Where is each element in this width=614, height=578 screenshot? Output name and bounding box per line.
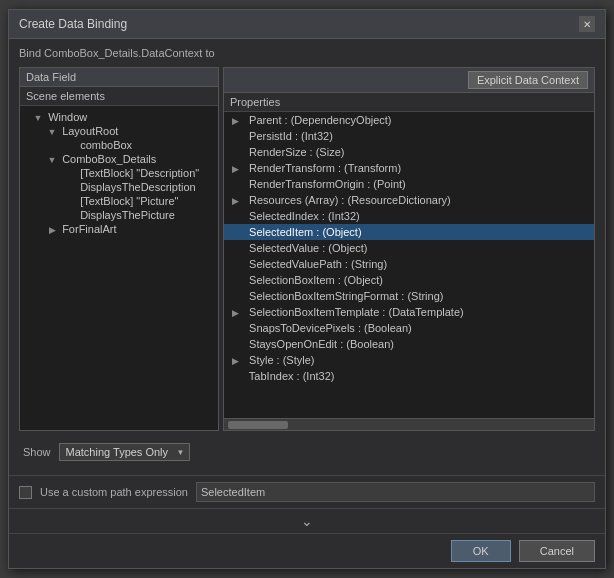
prop-snapstodevicepixels[interactable]: SnapsToDevicePixels : (Boolean) bbox=[224, 320, 594, 336]
arrow-persistid bbox=[232, 132, 246, 142]
tree-label-combobox: comboBox bbox=[80, 139, 132, 151]
custom-path-input[interactable] bbox=[196, 482, 595, 502]
data-field-panel: Data Field Scene elements ▼ Window ▼ bbox=[19, 67, 219, 431]
custom-path-checkbox[interactable] bbox=[19, 486, 32, 499]
tree-label-finalart: ForFinalArt bbox=[62, 223, 116, 235]
prop-label-tabindex: TabIndex : (Int32) bbox=[249, 370, 335, 382]
tree-item-finalart[interactable]: ▶ ForFinalArt bbox=[20, 222, 218, 236]
prop-label-rendertransform: RenderTransform : (Transform) bbox=[249, 162, 401, 174]
tree-label-layoutroot: LayoutRoot bbox=[62, 125, 118, 137]
close-button[interactable]: ✕ bbox=[579, 16, 595, 32]
arrow-selectedvaluepath bbox=[232, 260, 246, 270]
panels-row: Data Field Scene elements ▼ Window ▼ bbox=[19, 67, 595, 431]
toggle-displays-pic bbox=[63, 211, 77, 221]
scene-tree[interactable]: ▼ Window ▼ LayoutRoot comboBox bbox=[20, 106, 218, 430]
prop-label-rendertransformorigin: RenderTransformOrigin : (Point) bbox=[249, 178, 406, 190]
prop-label-selectionboxitemtemplate: SelectionBoxItemTemplate : (DataTemplate… bbox=[249, 306, 464, 318]
tree-item-combobox-details[interactable]: ▼ ComboBox_Details bbox=[20, 152, 218, 166]
show-row: Show Matching Types Only All Properties bbox=[19, 437, 595, 467]
explicit-data-context-button[interactable]: Explicit Data Context bbox=[468, 71, 588, 89]
arrow-rendertransformorigin bbox=[232, 180, 246, 190]
prop-label-style: Style : (Style) bbox=[249, 354, 314, 366]
bind-description: Bind ComboBox_Details.DataContext to bbox=[19, 47, 595, 59]
arrow-selectionboxitemtemplate: ▶ bbox=[232, 308, 246, 318]
cancel-button[interactable]: Cancel bbox=[519, 540, 595, 562]
toggle-textblock-pic bbox=[63, 197, 77, 207]
prop-label-selectionboxitem: SelectionBoxItem : (Object) bbox=[249, 274, 383, 286]
tree-label-textblock-description: [TextBlock] "Description" bbox=[80, 167, 199, 179]
tree-label-displays-picture: DisplaysThePicture bbox=[80, 209, 175, 221]
arrow-tabindex bbox=[232, 372, 246, 382]
tree-label-textblock-picture: [TextBlock] "Picture" bbox=[80, 195, 178, 207]
tree-item-displays-description[interactable]: DisplaysTheDescription bbox=[20, 180, 218, 194]
prop-selectedvaluepath[interactable]: SelectedValuePath : (String) bbox=[224, 256, 594, 272]
prop-rendertransformorigin[interactable]: RenderTransformOrigin : (Point) bbox=[224, 176, 594, 192]
horizontal-scrollbar[interactable] bbox=[224, 418, 594, 430]
prop-label-persistid: PersistId : (Int32) bbox=[249, 130, 333, 142]
properties-list[interactable]: ▶ Parent : (DependencyObject) PersistId … bbox=[224, 112, 594, 418]
prop-label-staysopenedit: StaysOpenOnEdit : (Boolean) bbox=[249, 338, 394, 350]
create-data-binding-dialog: Create Data Binding ✕ Bind ComboBox_Deta… bbox=[8, 9, 606, 569]
prop-label-selectedvalue: SelectedValue : (Object) bbox=[249, 242, 367, 254]
arrow-rendersize bbox=[232, 148, 246, 158]
toggle-combobox bbox=[63, 141, 77, 151]
arrow-selectionboxitem bbox=[232, 276, 246, 286]
arrow-selectionboxitemstringformat bbox=[232, 292, 246, 302]
arrow-parent: ▶ bbox=[232, 116, 246, 126]
prop-label-parent: Parent : (DependencyObject) bbox=[249, 114, 391, 126]
data-field-header: Data Field bbox=[20, 68, 218, 87]
prop-rendertransform[interactable]: ▶ RenderTransform : (Transform) bbox=[224, 160, 594, 176]
show-select-wrapper[interactable]: Matching Types Only All Properties bbox=[59, 443, 190, 461]
prop-selectionboxitemstringformat[interactable]: SelectionBoxItemStringFormat : (String) bbox=[224, 288, 594, 304]
prop-selectedvalue[interactable]: SelectedValue : (Object) bbox=[224, 240, 594, 256]
prop-selectionboxitemtemplate[interactable]: ▶ SelectionBoxItemTemplate : (DataTempla… bbox=[224, 304, 594, 320]
prop-label-selectedvaluepath: SelectedValuePath : (String) bbox=[249, 258, 387, 270]
arrow-snapstodevicepixels bbox=[232, 324, 246, 334]
tree-label-combobox-details: ComboBox_Details bbox=[62, 153, 156, 165]
chevron-down-icon: ⌄ bbox=[301, 513, 313, 529]
toggle-window[interactable]: ▼ bbox=[31, 113, 45, 123]
prop-rendersize[interactable]: RenderSize : (Size) bbox=[224, 144, 594, 160]
tree-label-displays-description: DisplaysTheDescription bbox=[80, 181, 196, 193]
toggle-finalart[interactable]: ▶ bbox=[45, 225, 59, 235]
element-property-header: Explicit Data Context bbox=[224, 68, 594, 93]
prop-style[interactable]: ▶ Style : (Style) bbox=[224, 352, 594, 368]
toggle-layoutroot[interactable]: ▼ bbox=[45, 127, 59, 137]
tree-item-displays-picture[interactable]: DisplaysThePicture bbox=[20, 208, 218, 222]
prop-label-rendersize: RenderSize : (Size) bbox=[249, 146, 344, 158]
arrow-rendertransform: ▶ bbox=[232, 164, 246, 174]
arrow-selectedindex bbox=[232, 212, 246, 222]
prop-persistid[interactable]: PersistId : (Int32) bbox=[224, 128, 594, 144]
dialog-body: Bind ComboBox_Details.DataContext to Dat… bbox=[9, 39, 605, 475]
arrow-style: ▶ bbox=[232, 356, 246, 366]
toggle-combobox-details[interactable]: ▼ bbox=[45, 155, 59, 165]
dialog-title: Create Data Binding bbox=[19, 17, 127, 31]
prop-label-selectedindex: SelectedIndex : (Int32) bbox=[249, 210, 360, 222]
scrollbar-thumb[interactable] bbox=[228, 421, 288, 429]
tree-item-layoutroot[interactable]: ▼ LayoutRoot bbox=[20, 124, 218, 138]
prop-parent[interactable]: ▶ Parent : (DependencyObject) bbox=[224, 112, 594, 128]
prop-selectedindex[interactable]: SelectedIndex : (Int32) bbox=[224, 208, 594, 224]
toggle-textblock-desc bbox=[63, 169, 77, 179]
prop-selecteditem[interactable]: SelectedItem : (Object) bbox=[224, 224, 594, 240]
custom-path-label: Use a custom path expression bbox=[40, 486, 188, 498]
tree-item-combobox[interactable]: comboBox bbox=[20, 138, 218, 152]
prop-resources[interactable]: ▶ Resources (Array) : (ResourceDictionar… bbox=[224, 192, 594, 208]
custom-path-row: Use a custom path expression bbox=[9, 475, 605, 509]
arrow-selecteditem bbox=[232, 228, 246, 238]
prop-label-selecteditem: SelectedItem : (Object) bbox=[249, 226, 362, 238]
bottom-buttons: OK Cancel bbox=[9, 533, 605, 568]
ok-button[interactable]: OK bbox=[451, 540, 511, 562]
arrow-staysopenedit bbox=[232, 340, 246, 350]
prop-tabindex[interactable]: TabIndex : (Int32) bbox=[224, 368, 594, 384]
show-select[interactable]: Matching Types Only All Properties bbox=[59, 443, 190, 461]
tree-label-window: Window bbox=[48, 111, 87, 123]
prop-staysopenedit[interactable]: StaysOpenOnEdit : (Boolean) bbox=[224, 336, 594, 352]
tree-item-textblock-picture[interactable]: [TextBlock] "Picture" bbox=[20, 194, 218, 208]
tree-item-textblock-description[interactable]: [TextBlock] "Description" bbox=[20, 166, 218, 180]
toggle-displays-desc bbox=[63, 183, 77, 193]
prop-label-selectionboxitemstringformat: SelectionBoxItemStringFormat : (String) bbox=[249, 290, 443, 302]
prop-label-snapstodevicepixels: SnapsToDevicePixels : (Boolean) bbox=[249, 322, 412, 334]
prop-selectionboxitem[interactable]: SelectionBoxItem : (Object) bbox=[224, 272, 594, 288]
tree-item-window[interactable]: ▼ Window bbox=[20, 110, 218, 124]
